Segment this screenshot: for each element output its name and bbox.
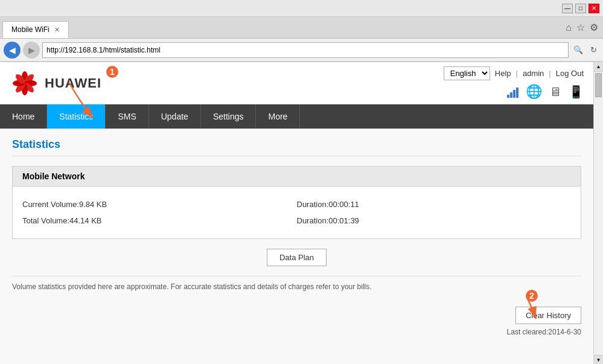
clear-history-button[interactable]: Clear History (515, 307, 581, 324)
tab-close-icon[interactable]: ✕ (54, 26, 60, 34)
signal-strength-icon (507, 86, 518, 98)
maximize-button[interactable]: □ (575, 4, 586, 13)
minimize-button[interactable]: — (562, 4, 573, 13)
page-wrapper: HUAWEI 1 (0, 62, 603, 364)
active-tab[interactable]: Mobile WiFi ✕ (2, 21, 69, 38)
tab-bar: Mobile WiFi ✕ ⌂ ☆ ⚙ (0, 17, 603, 39)
stats-row-current: Current Volume:9.84 KB Duration:00:00:11 (22, 196, 571, 212)
header-top-right: English Help | admin | Log Out (444, 66, 584, 80)
help-link[interactable]: Help (495, 69, 511, 78)
data-plan-button[interactable]: Data Plan (267, 249, 327, 266)
scroll-up-button[interactable]: ▲ (594, 62, 603, 72)
annotation-2: 2 (525, 289, 539, 303)
close-button[interactable]: ✕ (589, 4, 599, 13)
back-button[interactable]: ◀ (4, 42, 21, 59)
nav-item-settings[interactable]: Settings (201, 104, 257, 129)
stats-body: Current Volume:9.84 KB Duration:00:00:11… (13, 187, 581, 238)
duration-1: Duration:00:00:11 (297, 200, 572, 209)
window-controls: — □ ✕ (562, 4, 599, 13)
huawei-brand-text: HUAWEI (45, 75, 101, 91)
stats-row-total: Total Volume:44.14 KB Duration:00:01:39 (22, 212, 571, 229)
search-icon[interactable]: 🔍 (571, 45, 585, 54)
language-select[interactable]: English (444, 66, 490, 80)
logo-area: HUAWEI 1 (10, 71, 101, 95)
main-navigation: Home Statistics SMS Update Settings More (0, 104, 593, 129)
globe-icon[interactable]: 🌐 (526, 84, 542, 100)
star-icon[interactable]: ☆ (576, 22, 585, 33)
clear-history-area: 2 Clear History (12, 307, 581, 324)
page-content: HUAWEI 1 (0, 62, 593, 364)
nav-item-more[interactable]: More (256, 104, 300, 129)
page-body: Statistics Mobile Network Current Volume… (0, 129, 593, 364)
clear-history-section: 2 Clear History Last cleared:2014-6-30 (12, 307, 581, 336)
disclaimer-text: Volume statistics provided here are appr… (12, 276, 581, 297)
duration-2: Duration:00:01:39 (297, 216, 572, 225)
data-plan-area: Data Plan (12, 249, 581, 266)
last-cleared-text: Last cleared:2014-6-30 (12, 328, 581, 336)
nav-item-statistics[interactable]: Statistics (47, 104, 106, 129)
site-header: HUAWEI 1 (0, 62, 593, 104)
huawei-logo-icon (10, 71, 40, 95)
header-icons: 🌐 🖥 📱 (507, 84, 584, 100)
address-bar[interactable] (42, 42, 569, 58)
scrollbar-right[interactable]: ▲ ▼ (593, 62, 603, 364)
tab-label: Mobile WiFi (11, 25, 49, 34)
home-icon[interactable]: ⌂ (566, 22, 572, 33)
monitor-icon[interactable]: 🖥 (549, 85, 561, 99)
refresh-icon[interactable]: ↻ (588, 45, 599, 54)
logout-link[interactable]: Log Out (556, 69, 584, 78)
nav-item-update[interactable]: Update (149, 104, 201, 129)
title-bar: — □ ✕ (0, 0, 603, 17)
stats-container: Mobile Network Current Volume:9.84 KB Du… (12, 166, 581, 239)
scroll-down-button[interactable]: ▼ (594, 355, 603, 364)
current-volume: Current Volume:9.84 KB (22, 200, 297, 209)
wifi-device-icon[interactable]: 📱 (569, 85, 584, 99)
tabs-section: Mobile WiFi ✕ (0, 17, 69, 38)
forward-button[interactable]: ▶ (23, 42, 40, 59)
nav-item-home[interactable]: Home (0, 104, 47, 129)
stats-section-title: Mobile Network (13, 167, 581, 187)
total-volume: Total Volume:44.14 KB (22, 216, 297, 225)
annotation-1: 1 (105, 65, 120, 79)
scroll-thumb[interactable] (595, 73, 602, 97)
header-right: English Help | admin | Log Out (444, 66, 584, 100)
admin-link[interactable]: admin (523, 69, 544, 78)
nav-item-sms[interactable]: SMS (106, 104, 148, 129)
toolbar-right: ⌂ ☆ ⚙ (566, 22, 603, 33)
nav-bar: ◀ ▶ 🔍 ↻ (0, 39, 603, 62)
page-title: Statistics (12, 138, 581, 156)
settings-icon[interactable]: ⚙ (590, 22, 598, 33)
